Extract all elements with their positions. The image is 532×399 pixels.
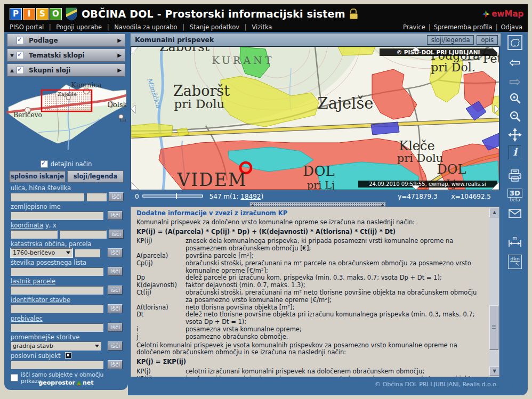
menu-navodila[interactable]: Navodila za uporabo	[114, 23, 177, 31]
scale-distance: 547 m	[209, 193, 230, 200]
pan-button[interactable]	[502, 128, 528, 142]
dkn-button[interactable]: dkn ↖	[502, 255, 528, 269]
accordion-label: Tematski sklopi	[29, 52, 85, 59]
parcel-input[interactable]	[75, 249, 100, 257]
def-text: posamezna vrsta komunalne opreme;	[186, 326, 483, 333]
expand-arrow-icon[interactable]: ▶	[117, 67, 125, 73]
menu-separator: |	[241, 23, 250, 31]
collapse-icon[interactable]: ▼	[7, 53, 17, 58]
tab-splosno-iskanje[interactable]: splošno iskanje	[9, 170, 66, 183]
def-text: celotni izračunani komunalni prispevek n…	[186, 368, 483, 376]
accordion-skupni-sloji[interactable]: ▲ Skupni sloji ▶	[7, 63, 125, 77]
info-title: Dodatne informacije v zvezi z izračunom …	[136, 210, 483, 217]
scale-ratio-link[interactable]: 18492	[240, 193, 261, 200]
scroll-up-icon[interactable]: ▲	[489, 208, 499, 217]
house-number-input[interactable]	[86, 193, 107, 201]
menu-stanje-podatkov[interactable]: Stanje podatkov	[190, 23, 239, 31]
main-map[interactable]: Zaboršt KURANT Zaboršt pri Dolu Mimščica…	[131, 46, 499, 190]
forward-button[interactable]: ⇨	[502, 75, 528, 88]
def-text: posamezno obračunsko območje.	[186, 333, 483, 341]
accordion-tematski-sklopi[interactable]: ▼ Tematski sklopi ▶	[7, 48, 125, 62]
menu-pravice[interactable]: Pravice	[403, 23, 425, 31]
koordinata-link[interactable]: koordinata	[11, 222, 43, 229]
map-label-klece2: pri Dolu	[397, 152, 444, 165]
menu-separator: |	[425, 23, 434, 31]
info-scrollbar[interactable]: ▲ ▼	[489, 208, 498, 376]
search-deed-button[interactable]: išči	[108, 267, 123, 276]
menu-sprememba-profila[interactable]: Sprememba profila	[434, 23, 493, 31]
collapse-icon[interactable]: ▲	[7, 68, 17, 73]
menu-separator: |	[493, 23, 501, 31]
deed-number-input[interactable]	[11, 267, 103, 276]
owner-input[interactable]	[11, 286, 103, 295]
map-label-klece: Kleče	[399, 139, 434, 153]
map-label-zaborst2: pri Dolu	[174, 97, 225, 111]
identifikator-stavbe-link[interactable]: identifikator stavbe	[11, 296, 70, 304]
tab-sloji-legenda[interactable]: sloji/legenda	[67, 170, 124, 183]
measure-button[interactable]: m	[502, 235, 528, 247]
full-extent-button[interactable]	[502, 35, 528, 50]
zoom-out-button[interactable]	[502, 110, 528, 123]
map-copyright-overlay: © PISO-DOL PRI LJUBLJANI	[397, 49, 480, 55]
overview-map[interactable]: Kamnica Zajelše Dolsk Beričevo La	[6, 79, 126, 157]
expand-arrow-icon[interactable]: ▶	[117, 52, 125, 58]
overview-label-dolsko: Dolsk	[108, 101, 126, 109]
prebivalec-link[interactable]: prebivalec	[11, 315, 43, 322]
def-term: KP(j)	[136, 368, 186, 376]
search-owner-button[interactable]: išči	[108, 286, 123, 295]
layer-group-checkbox[interactable]	[17, 52, 24, 59]
coord-x-input[interactable]	[60, 230, 107, 239]
def-text: delež neto tlorisne površine objekta pri…	[186, 311, 483, 326]
menu-odjava[interactable]: Odjava	[501, 23, 522, 31]
search-building-button[interactable]: išči	[108, 304, 123, 313]
subject-info-icon[interactable]	[65, 352, 71, 359]
print-button[interactable]	[502, 169, 528, 182]
menu-vizitka[interactable]: Vizitka	[252, 23, 272, 31]
geoprostor-logo[interactable]: geoprostor net	[4, 379, 128, 386]
geo-name-input[interactable]	[11, 211, 103, 220]
3d-view-button[interactable]: 3D beta	[502, 188, 528, 202]
search-geoname-button[interactable]: išči	[108, 211, 123, 220]
zoom-in-button[interactable]	[502, 92, 528, 104]
street-input[interactable]	[11, 193, 84, 201]
layers-legend-button[interactable]: sloji/legenda	[427, 35, 474, 45]
search-parcel-button[interactable]: išči	[108, 248, 123, 257]
accordion-label: Podlage	[29, 37, 58, 44]
search-coord-button[interactable]: išči	[109, 230, 124, 239]
back-button[interactable]: ⇦	[502, 55, 528, 69]
search-service-button[interactable]: išči	[108, 341, 123, 351]
business-subject-input[interactable]	[11, 361, 103, 369]
lastnik-parcele-link[interactable]: lastnik parcele	[11, 278, 55, 285]
field-label-koordinata: koordinata y, x	[11, 222, 123, 229]
menu-pogoji-uporabe[interactable]: Pogoji uporabe	[56, 23, 102, 31]
piso-logo[interactable]: P I S O	[10, 8, 62, 20]
piso-logo-tile: S	[36, 8, 49, 20]
panel-splitter[interactable]: ▲ ▲	[249, 202, 386, 207]
resident-input[interactable]	[11, 323, 103, 332]
expand-arrow-icon[interactable]: ▶	[117, 37, 125, 43]
accordion-podlage[interactable]: Podlage ▶	[7, 34, 125, 47]
identify-button[interactable]: i	[502, 145, 528, 159]
coord-y-input[interactable]	[11, 230, 58, 239]
scroll-down-icon[interactable]: ▼	[489, 367, 499, 376]
coord-y-readout: y=471879.3	[398, 193, 437, 200]
layer-group-checkbox[interactable]	[17, 67, 24, 74]
scrollbar-thumb[interactable]	[489, 305, 498, 350]
def-term: Dt	[136, 311, 186, 326]
map-label-zajelse: Zajelše	[318, 94, 374, 112]
search-resident-button[interactable]: išči	[108, 323, 123, 332]
services-select[interactable]: gradnja stavb	[11, 341, 101, 351]
cadastral-municipality-select[interactable]: 1760-beričevo	[11, 248, 72, 257]
ewmap-logo[interactable]: ewMap	[482, 9, 523, 19]
menu-piso-portal[interactable]: PISO portal	[10, 23, 44, 31]
search-subject-button[interactable]: išči	[108, 360, 123, 369]
measure-unit-label: m	[513, 235, 518, 241]
detail-mode-checkbox[interactable]	[41, 160, 48, 168]
layer-group-checkbox[interactable]	[17, 37, 24, 44]
send-mail-button[interactable]	[502, 209, 528, 218]
search-street-button[interactable]: išči	[109, 192, 124, 201]
search-form: ulica, hišna številka išči zemljepisno i…	[11, 184, 123, 384]
building-id-input[interactable]	[11, 305, 103, 313]
header-menu: PISO portal | Pogoji uporabe | Navodila …	[4, 22, 528, 32]
description-button[interactable]: opis	[477, 35, 498, 45]
